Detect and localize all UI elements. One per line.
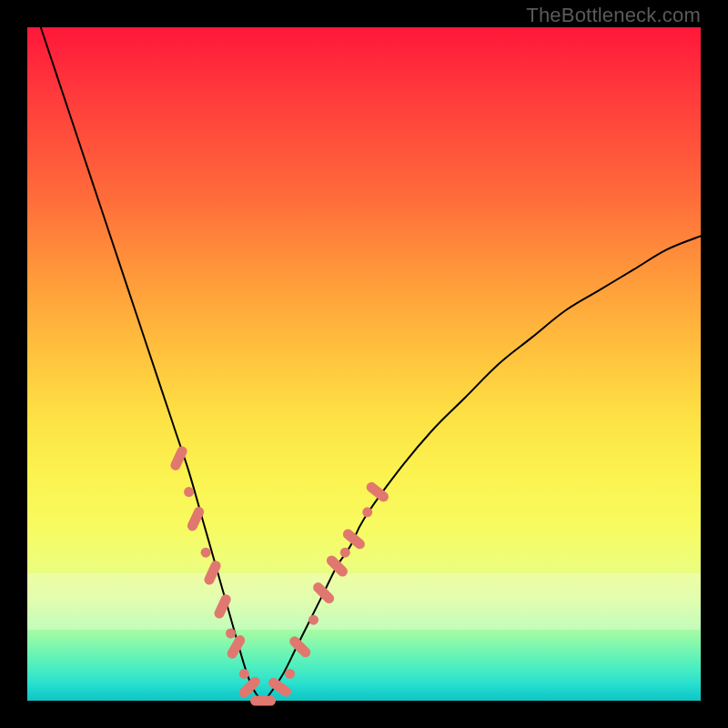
curve-marker-oblong: [311, 581, 337, 606]
curve-marker-dot: [340, 548, 350, 558]
curve-marker-oblong: [250, 696, 276, 706]
curve-marker-oblong: [213, 592, 233, 620]
curve-marker-oblong: [186, 505, 206, 532]
curve-marker-oblong: [341, 527, 368, 551]
curve-marker-oblong: [267, 676, 293, 699]
curve-marker-dot: [308, 615, 318, 625]
plot-area: [27, 27, 701, 701]
curve-marker-oblong: [288, 634, 313, 660]
curve-marker-dot: [184, 487, 194, 497]
gradient-pale-band: [27, 573, 701, 630]
curve-marker-oblong: [364, 480, 390, 504]
curve-marker-oblong: [325, 553, 350, 579]
chart-frame: TheBottleneck.com: [0, 0, 728, 728]
curve-marker-dot: [226, 629, 236, 639]
curve-marker-oblong: [226, 633, 248, 661]
bottleneck-curve: [41, 27, 701, 701]
curve-marker-dot: [201, 548, 211, 558]
curve-markers: [169, 445, 391, 706]
curve-layer: [27, 27, 701, 701]
curve-marker-dot: [239, 669, 249, 679]
curve-marker-oblong: [169, 445, 189, 472]
watermark-text: TheBottleneck.com: [526, 4, 701, 27]
curve-marker-oblong: [203, 559, 223, 586]
curve-marker-oblong: [237, 674, 262, 700]
curve-marker-dot: [362, 507, 372, 517]
curve-marker-dot: [285, 669, 295, 679]
